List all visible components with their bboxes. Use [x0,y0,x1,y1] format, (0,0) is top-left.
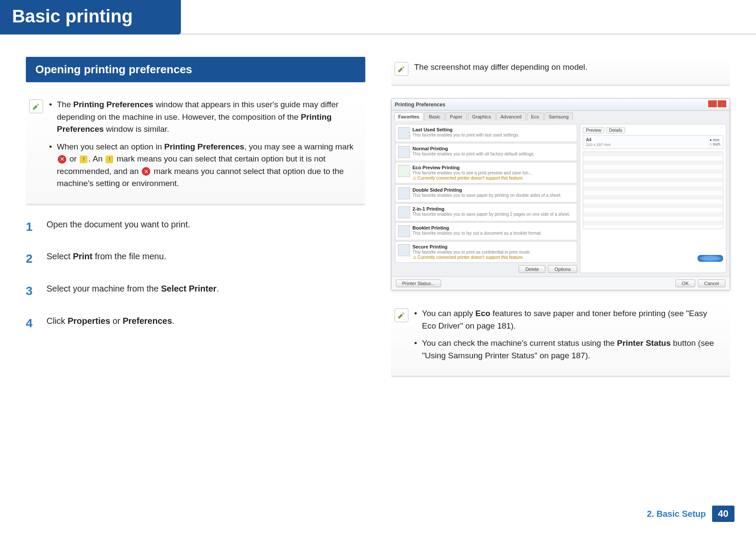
tab-graphics[interactable]: Graphics [468,112,495,121]
favorite-thumb-icon [398,187,410,199]
favorite-thumb-icon [398,165,410,177]
note-item: The Printing Preferences window that app… [49,99,358,136]
warning-mark-icon: ! [80,155,87,163]
note-item: You can apply Eco features to save paper… [414,307,723,332]
left-column: Opening printing preferences The Printin… [26,57,365,389]
favorites-list: Last Used SettingThis favorite enables y… [395,124,578,273]
favorite-row[interactable]: 2-in-1 PrintingThis favorite enables you… [395,203,578,221]
step-item: 4 Click Properties or Preferences. [26,314,365,333]
tab-paper[interactable]: Paper [445,112,467,121]
preview-pane: Preview Details A4 210 x 297 mm ● mm ○ I… [580,124,726,273]
step-number: 1 [26,217,37,237]
favorite-row[interactable]: Normal PrintingThis favorite enables you… [395,143,578,161]
tab-eco[interactable]: Eco [527,112,544,121]
window-titlebar: Printing Preferences [392,99,730,111]
details-tab[interactable]: Details [606,127,625,134]
note-text: The screenshot may differ depending on m… [414,61,588,76]
chapter-label: 2. Basic Setup [647,509,706,519]
tab-advanced[interactable]: Advanced [496,112,526,121]
pencil-note-icon [395,308,408,322]
window-controls-icon[interactable] [707,100,726,109]
pencil-note-icon [395,62,408,76]
steps-list: 1 Open the document you want to print. 2… [26,217,365,333]
ok-button[interactable]: OK [675,279,695,287]
step-number: 2 [26,249,37,269]
dialog-tabs: Favorites Basic Paper Graphics Advanced … [392,111,730,121]
preview-tab[interactable]: Preview [583,127,604,134]
favorite-row[interactable]: Eco Preview PrintingThis favorite enable… [395,162,578,183]
step-number: 3 [26,282,37,301]
right-column: The screenshot may differ depending on m… [391,57,731,389]
note-item: You can check the machine's current stat… [414,337,723,362]
favorite-thumb-icon [398,225,410,237]
step-item: 1 Open the document you want to print. [26,217,365,237]
favorite-row[interactable]: Secure PrintingThis favorite enables you… [395,241,578,263]
printer-status-button[interactable]: Printer Status... [396,279,442,287]
step-item: 3 Select your machine from the Select Pr… [26,282,365,301]
step-item: 2 Select Print from the file menu. [26,249,365,269]
x-mark-icon: ✕ [58,155,66,164]
delete-button[interactable]: Delete [519,265,545,273]
warning-mark-icon: ! [106,155,113,163]
x-mark-icon: ✕ [142,167,150,176]
pencil-note-icon [29,99,43,113]
paper-info: A4 210 x 297 mm ● mm ○ Inch [583,135,723,149]
screenshot-printing-preferences: Printing Preferences Favorites Basic Pap… [391,98,731,290]
cancel-button[interactable]: Cancel [698,279,725,287]
note-list: The Printing Preferences window that app… [49,99,358,195]
favorite-thumb-icon [398,146,410,158]
window-title: Printing Preferences [395,102,445,108]
warning-icon: ⚠ [413,176,418,180]
favorite-row[interactable]: Last Used SettingThis favorite enables y… [395,124,578,142]
note-box-1: The Printing Preferences window that app… [26,94,365,205]
section-heading: Opening printing preferences [26,57,365,82]
page-footer: 2. Basic Setup 40 [647,506,734,522]
favorite-thumb-icon [398,127,410,139]
step-number: 4 [26,314,37,333]
favorite-row[interactable]: Double Sided PrintingThis favorite enabl… [395,184,578,202]
dialog-footer: Printer Status... OK Cancel [392,276,730,290]
page-preview-icon [583,152,723,229]
favorite-thumb-icon [398,206,410,218]
tab-favorites[interactable]: Favorites [394,112,424,121]
page-title: Basic printing [0,0,181,34]
note-box-top: The screenshot may differ depending on m… [391,57,731,86]
favorite-row[interactable]: Booklet PrintingThis favorite enables yo… [395,222,578,240]
page-body: Opening printing preferences The Printin… [0,35,756,389]
tab-basic[interactable]: Basic [424,112,445,121]
options-button[interactable]: Options [548,265,577,273]
tab-samsung[interactable]: Samsung [544,112,573,121]
page-number: 40 [712,506,734,522]
note-item: When you select an option in Printing Pr… [49,141,358,190]
favorite-thumb-icon [398,244,410,256]
samsung-logo-icon [697,255,723,262]
note-box-2: You can apply Eco features to save paper… [391,303,731,377]
warning-icon: ⚠ [413,255,418,260]
